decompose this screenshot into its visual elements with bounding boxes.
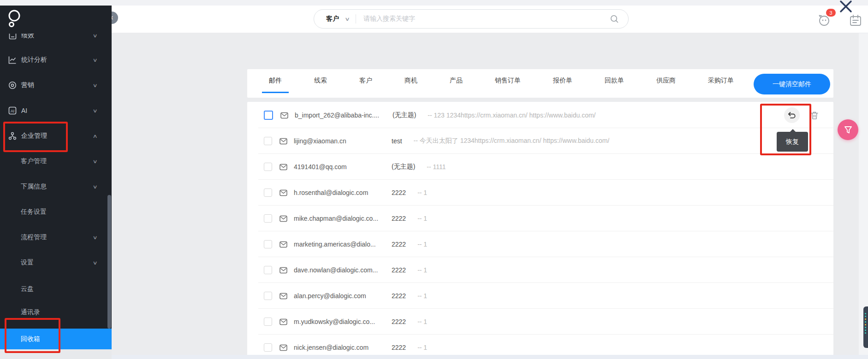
tab[interactable]: 客户 (352, 69, 379, 93)
chevron-icon: ∨ (92, 57, 97, 63)
mail-snippet: -- 1 (417, 318, 427, 325)
delete-button[interactable] (810, 111, 819, 120)
sidebar-active-label: 回收箱 (21, 335, 40, 343)
search-category-select[interactable]: 客户 (326, 15, 339, 23)
mail-row[interactable]: marketing.americas@dialo... 2222 -- 1 (247, 231, 833, 257)
mail-snippet: -- 1111 (427, 163, 446, 171)
chevron-down-icon[interactable]: ∨ (345, 16, 350, 22)
org-icon (8, 132, 17, 140)
sidebar-subitem[interactable]: 客户管理 ∨ (0, 152, 112, 171)
mail-snippet: -- 1 (417, 344, 427, 351)
tab[interactable]: 商机 (398, 69, 424, 93)
row-checkbox[interactable] (264, 163, 272, 171)
restore-button[interactable] (784, 107, 800, 123)
filter-fab-button[interactable] (838, 119, 858, 140)
sidebar-scrollbar-thumb[interactable] (107, 195, 111, 329)
sidebar-item[interactable]: 绩效 ∨ (0, 26, 112, 45)
sidebar-subitem[interactable]: 流程管理 ∨ (0, 228, 112, 247)
widget-dot (865, 332, 866, 334)
tab[interactable]: 报价单 (546, 69, 579, 93)
top-header: ‹ 客户 ∨ 请输入搜索关键字 3 (112, 6, 868, 33)
chevron-icon: ∨ (92, 108, 97, 114)
row-checkbox[interactable] (264, 240, 272, 248)
tab[interactable]: 回款单 (598, 69, 631, 93)
widget-dot (865, 327, 866, 328)
envelope-icon (279, 344, 287, 351)
row-checkbox[interactable] (264, 137, 272, 145)
sidebar-subitem[interactable]: 下属信息 ∨ (0, 177, 112, 196)
restore-undo-icon (788, 112, 796, 119)
restore-tooltip: 恢复 (777, 132, 808, 152)
envelope-icon (279, 267, 287, 274)
sidebar-item[interactable]: 营销 ∨ (0, 76, 112, 94)
tab[interactable]: 线索 (307, 69, 334, 93)
sidebar-subitem[interactable]: 云盘 (0, 280, 112, 298)
tab[interactable]: 产品 (443, 69, 470, 93)
mail-row[interactable]: mike.chapman@dialogic.co... 2222 -- 1 (247, 206, 833, 231)
row-checkbox[interactable] (264, 111, 273, 120)
envelope-icon (279, 318, 287, 325)
row-checkbox[interactable] (264, 318, 272, 326)
sidebar-subitem[interactable]: 任务设置 (0, 203, 112, 221)
mail-subject: 2222 (392, 189, 406, 196)
sidebar-item-label: AI (21, 107, 27, 114)
mail-row[interactable]: h.rosenthal@dialogic.com 2222 -- 1 (247, 180, 833, 206)
sidebar-subitem-label: 云盘 (21, 285, 34, 293)
sidebar-item-recycle-bin-active[interactable]: 回收箱 (0, 329, 112, 349)
chevron-icon: ∧ (92, 133, 97, 139)
envelope-icon (280, 112, 288, 119)
sidebar-subitem-label: 通讯录 (21, 308, 40, 317)
envelope-icon (279, 293, 287, 300)
sidebar-subitem-label: 设置 (21, 259, 34, 267)
sidebar-subitem[interactable]: 设置 ∨ (0, 253, 112, 272)
mail-row[interactable]: m.yudkowsky@dialogic.co... 2222 -- 1 (247, 309, 833, 335)
tab[interactable]: 销售订单 (488, 69, 528, 93)
widget-dot (865, 324, 866, 325)
mail-subject: (无主题) (392, 163, 415, 171)
notification-count: 3 (829, 10, 832, 16)
tab-label: 采购订单 (708, 77, 734, 85)
close-icon[interactable] (838, 0, 853, 14)
row-checkbox[interactable] (264, 343, 272, 352)
sidebar-item[interactable]: AI AI ∨ (0, 101, 112, 120)
mail-sender: marketing.americas@dialo... (294, 241, 392, 248)
row-checkbox[interactable] (264, 292, 272, 300)
global-search-bar[interactable]: 客户 ∨ 请输入搜索关键字 (314, 9, 629, 29)
sidebar-subitem-label: 客户管理 (21, 157, 47, 165)
search-input[interactable]: 请输入搜索关键字 (363, 15, 610, 23)
envelope-icon (279, 189, 287, 196)
row-checkbox[interactable] (264, 266, 272, 274)
mail-row[interactable]: b_import_262@alibaba-inc.... (无主题) -- 12… (247, 102, 833, 128)
tab[interactable]: 供应商 (649, 69, 683, 93)
mail-subject: 2222 (392, 344, 406, 351)
tooltip-arrow (790, 129, 796, 132)
mail-sender: dave.nowlan@dialogic.com... (294, 266, 392, 274)
tab[interactable]: 邮件 (262, 69, 289, 93)
edge-widget[interactable] (863, 306, 868, 348)
target-icon (8, 81, 17, 89)
sidebar-item[interactable]: 统计分析 ∨ (0, 51, 112, 69)
divider (356, 14, 356, 24)
row-checkbox[interactable] (264, 188, 272, 197)
tab-label: 报价单 (553, 77, 572, 85)
calendar-icon[interactable] (849, 14, 862, 27)
module-tab-card: 邮件 线索 客户 商机 产品 销售订单 报价单 回款单 供应商 采购订单 一键清… (247, 69, 833, 98)
svg-text:AI: AI (11, 109, 14, 113)
tab-label: 线索 (314, 77, 327, 85)
clear-all-mail-button[interactable]: 一键清空邮件 (754, 74, 830, 94)
envelope-icon (279, 241, 287, 248)
mail-row[interactable]: lijing@xiaoman.cn test -- 今天出太阳了 1234htt… (247, 128, 833, 154)
search-icon[interactable] (610, 14, 619, 24)
mail-row[interactable]: dave.nowlan@dialogic.com... 2222 -- 1 (247, 257, 833, 283)
mail-snippet: -- 1 (417, 189, 427, 196)
chevron-icon: ∨ (92, 184, 97, 190)
row-checkbox[interactable] (264, 214, 272, 223)
chevron-icon: ∨ (92, 235, 97, 241)
tab[interactable]: 采购订单 (701, 69, 741, 93)
sidebar-subitem[interactable]: 通讯录 (0, 303, 112, 322)
mail-row[interactable]: 4191401@qq.com (无主题) -- 1111 (247, 154, 833, 180)
bottom-strip (112, 355, 868, 359)
filter-funnel-icon (844, 125, 853, 135)
mail-row[interactable]: alan.percy@dialogic.com 2222 -- 1 (247, 283, 833, 309)
sidebar-item[interactable]: 企业管理 ∧ (0, 127, 112, 145)
